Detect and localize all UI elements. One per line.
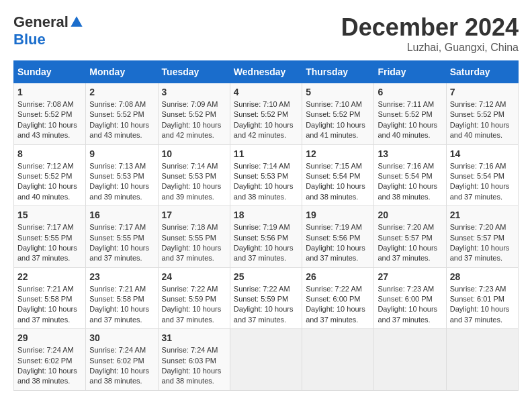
calendar-cell: 6 Sunrise: 7:11 AMSunset: 5:52 PMDayligh… [374, 83, 446, 145]
day-number: 8 [17, 148, 82, 159]
day-info: Sunrise: 7:19 AMSunset: 5:56 PMDaylight:… [306, 222, 370, 264]
day-number: 24 [162, 271, 226, 282]
day-info: Sunrise: 7:12 AMSunset: 5:52 PMDaylight:… [17, 161, 82, 203]
day-info: Sunrise: 7:24 AMSunset: 6:03 PMDaylight:… [162, 345, 226, 387]
day-number: 22 [17, 271, 82, 282]
calendar-cell: 24 Sunrise: 7:22 AMSunset: 5:59 PMDaylig… [158, 267, 230, 329]
calendar-table: Sunday Monday Tuesday Wednesday Thursday… [13, 60, 519, 391]
calendar-cell: 2 Sunrise: 7:08 AMSunset: 5:52 PMDayligh… [86, 83, 158, 145]
calendar-cell: 23 Sunrise: 7:21 AMSunset: 5:58 PMDaylig… [86, 267, 158, 329]
header-wednesday: Wednesday [230, 61, 302, 83]
calendar-cell: 29 Sunrise: 7:24 AMSunset: 6:02 PMDaylig… [14, 329, 86, 391]
day-info: Sunrise: 7:09 AMSunset: 5:52 PMDaylight:… [162, 99, 226, 141]
week-row-4: 22 Sunrise: 7:21 AMSunset: 5:58 PMDaylig… [14, 267, 519, 329]
day-number: 21 [450, 210, 515, 220]
calendar-cell: 13 Sunrise: 7:16 AMSunset: 5:54 PMDaylig… [374, 144, 446, 206]
day-info: Sunrise: 7:17 AMSunset: 5:55 PMDaylight:… [89, 222, 154, 264]
calendar-cell: 17 Sunrise: 7:18 AMSunset: 5:55 PMDaylig… [158, 206, 230, 268]
logo-general: General [13, 13, 69, 31]
day-info: Sunrise: 7:10 AMSunset: 5:52 PMDaylight:… [234, 99, 298, 141]
calendar-cell: 30 Sunrise: 7:24 AMSunset: 6:02 PMDaylig… [86, 329, 158, 391]
day-info: Sunrise: 7:21 AMSunset: 5:58 PMDaylight:… [17, 284, 82, 326]
day-number: 13 [378, 148, 442, 159]
day-number: 26 [306, 271, 370, 282]
day-number: 2 [89, 87, 154, 97]
week-row-5: 29 Sunrise: 7:24 AMSunset: 6:02 PMDaylig… [14, 329, 519, 391]
month-title: December 2024 [341, 13, 519, 42]
day-info: Sunrise: 7:16 AMSunset: 5:54 PMDaylight:… [378, 161, 442, 203]
day-number: 5 [306, 87, 370, 97]
day-number: 31 [162, 332, 226, 343]
week-row-1: 1 Sunrise: 7:08 AMSunset: 5:52 PMDayligh… [14, 83, 519, 145]
calendar-cell: 3 Sunrise: 7:09 AMSunset: 5:52 PMDayligh… [158, 83, 230, 145]
calendar-cell: 5 Sunrise: 7:10 AMSunset: 5:52 PMDayligh… [302, 83, 374, 145]
day-number: 18 [234, 210, 298, 220]
day-number: 15 [17, 210, 82, 220]
day-number: 10 [162, 148, 226, 159]
svg-marker-0 [71, 16, 82, 26]
day-info: Sunrise: 7:22 AMSunset: 5:59 PMDaylight:… [234, 284, 298, 326]
header-thursday: Thursday [302, 61, 374, 83]
day-info: Sunrise: 7:18 AMSunset: 5:55 PMDaylight:… [162, 222, 226, 264]
calendar-cell: 27 Sunrise: 7:23 AMSunset: 6:00 PMDaylig… [374, 267, 446, 329]
logo-icon [70, 15, 83, 29]
calendar-cell: 12 Sunrise: 7:15 AMSunset: 5:54 PMDaylig… [302, 144, 374, 206]
day-number: 23 [89, 271, 154, 282]
header-friday: Friday [374, 61, 446, 83]
day-info: Sunrise: 7:24 AMSunset: 6:02 PMDaylight:… [17, 345, 82, 387]
day-number: 3 [162, 87, 226, 97]
calendar-cell: 20 Sunrise: 7:20 AMSunset: 5:57 PMDaylig… [374, 206, 446, 268]
day-info: Sunrise: 7:20 AMSunset: 5:57 PMDaylight:… [450, 222, 515, 264]
day-info: Sunrise: 7:10 AMSunset: 5:52 PMDaylight:… [306, 99, 370, 141]
calendar-cell: 4 Sunrise: 7:10 AMSunset: 5:52 PMDayligh… [230, 83, 302, 145]
header-sunday: Sunday [14, 61, 86, 83]
day-info: Sunrise: 7:12 AMSunset: 5:52 PMDaylight:… [450, 99, 515, 141]
day-info: Sunrise: 7:22 AMSunset: 5:59 PMDaylight:… [162, 284, 226, 326]
day-info: Sunrise: 7:08 AMSunset: 5:52 PMDaylight:… [17, 99, 82, 141]
calendar-cell: 14 Sunrise: 7:16 AMSunset: 5:54 PMDaylig… [446, 144, 518, 206]
calendar-cell: 10 Sunrise: 7:14 AMSunset: 5:53 PMDaylig… [158, 144, 230, 206]
calendar-cell: 9 Sunrise: 7:13 AMSunset: 5:53 PMDayligh… [86, 144, 158, 206]
page-header: General Blue December 2024 Luzhai, Guang… [13, 13, 519, 54]
title-block: December 2024 Luzhai, Guangxi, China [341, 13, 519, 54]
location: Luzhai, Guangxi, China [341, 42, 519, 54]
day-number: 9 [89, 148, 154, 159]
day-number: 27 [378, 271, 442, 282]
calendar-cell: 28 Sunrise: 7:23 AMSunset: 6:01 PMDaylig… [446, 267, 518, 329]
day-info: Sunrise: 7:11 AMSunset: 5:52 PMDaylight:… [378, 99, 442, 141]
day-number: 1 [17, 87, 82, 97]
calendar-cell: 1 Sunrise: 7:08 AMSunset: 5:52 PMDayligh… [14, 83, 86, 145]
day-info: Sunrise: 7:24 AMSunset: 6:02 PMDaylight:… [89, 345, 154, 387]
calendar-cell: 22 Sunrise: 7:21 AMSunset: 5:58 PMDaylig… [14, 267, 86, 329]
calendar-cell: 25 Sunrise: 7:22 AMSunset: 5:59 PMDaylig… [230, 267, 302, 329]
header-row: Sunday Monday Tuesday Wednesday Thursday… [14, 61, 519, 83]
day-info: Sunrise: 7:23 AMSunset: 6:01 PMDaylight:… [450, 284, 515, 326]
week-row-2: 8 Sunrise: 7:12 AMSunset: 5:52 PMDayligh… [14, 144, 519, 206]
day-number: 25 [234, 271, 298, 282]
day-info: Sunrise: 7:20 AMSunset: 5:57 PMDaylight:… [378, 222, 442, 264]
day-number: 11 [234, 148, 298, 159]
day-info: Sunrise: 7:14 AMSunset: 5:53 PMDaylight:… [162, 161, 226, 203]
calendar-cell [446, 329, 518, 391]
day-info: Sunrise: 7:14 AMSunset: 5:53 PMDaylight:… [234, 161, 298, 203]
day-number: 20 [378, 210, 442, 220]
day-number: 12 [306, 148, 370, 159]
day-info: Sunrise: 7:19 AMSunset: 5:56 PMDaylight:… [234, 222, 298, 264]
day-number: 6 [378, 87, 442, 97]
header-monday: Monday [86, 61, 158, 83]
day-number: 29 [17, 332, 82, 343]
day-number: 7 [450, 87, 515, 97]
calendar-cell [302, 329, 374, 391]
calendar-cell: 19 Sunrise: 7:19 AMSunset: 5:56 PMDaylig… [302, 206, 374, 268]
calendar-cell: 21 Sunrise: 7:20 AMSunset: 5:57 PMDaylig… [446, 206, 518, 268]
calendar-cell: 11 Sunrise: 7:14 AMSunset: 5:53 PMDaylig… [230, 144, 302, 206]
day-info: Sunrise: 7:22 AMSunset: 6:00 PMDaylight:… [306, 284, 370, 326]
day-number: 17 [162, 210, 226, 220]
calendar-cell: 7 Sunrise: 7:12 AMSunset: 5:52 PMDayligh… [446, 83, 518, 145]
header-saturday: Saturday [446, 61, 518, 83]
day-number: 16 [89, 210, 154, 220]
day-info: Sunrise: 7:23 AMSunset: 6:00 PMDaylight:… [378, 284, 442, 326]
logo: General Blue [13, 13, 83, 48]
logo-blue: Blue [13, 31, 46, 48]
day-info: Sunrise: 7:08 AMSunset: 5:52 PMDaylight:… [89, 99, 154, 141]
